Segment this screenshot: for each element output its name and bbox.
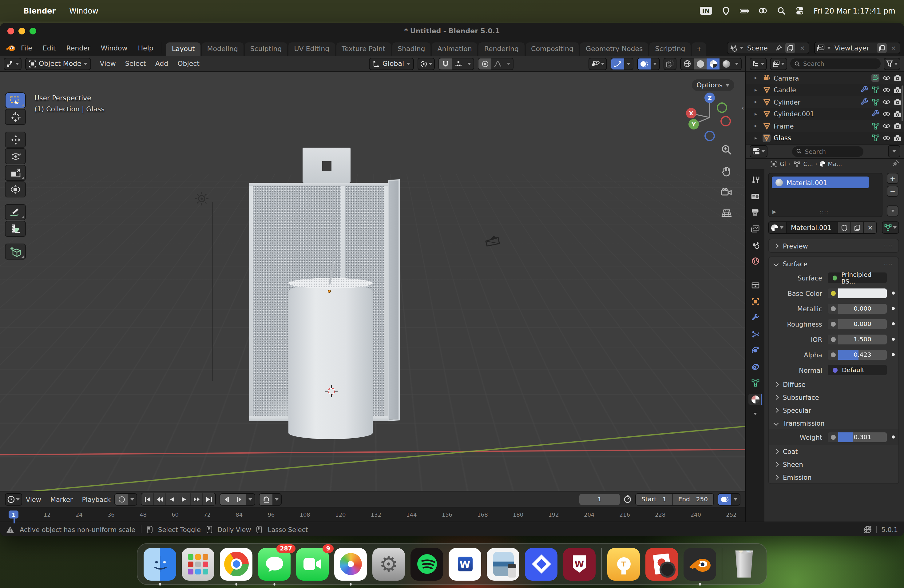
- remove-material-slot-button[interactable]: −: [887, 186, 898, 197]
- editor-type-button[interactable]: [4, 57, 22, 70]
- close-window-button[interactable]: [7, 28, 14, 35]
- dock-chrome[interactable]: [220, 548, 253, 580]
- timeline-menu-view[interactable]: View: [26, 495, 41, 503]
- autokey-group[interactable]: [114, 493, 137, 505]
- proportional-editing-controls[interactable]: [478, 57, 514, 70]
- tab-scripting[interactable]: Scripting: [650, 43, 691, 56]
- fake-user-shield-button[interactable]: [838, 221, 851, 234]
- new-scene-button[interactable]: [785, 43, 795, 53]
- zoom-window-button[interactable]: [30, 28, 36, 35]
- keyframe-dot[interactable]: [892, 292, 895, 295]
- viewlayer-selector[interactable]: ViewLayer ✕: [814, 42, 900, 54]
- tab-rendering[interactable]: Rendering: [479, 43, 524, 56]
- menubar-clock[interactable]: Fri 20 Mar 1:17:41 pm: [814, 6, 895, 15]
- hide-viewport-eye-icon[interactable]: [882, 86, 890, 94]
- lantern-model[interactable]: [249, 148, 400, 421]
- tab-collection[interactable]: [748, 280, 762, 291]
- material-slot-active[interactable]: Material.001: [772, 177, 869, 188]
- outliner-row-candle[interactable]: ▸ Candle: [746, 84, 904, 96]
- outliner-item-label[interactable]: Cylinder.001: [774, 111, 814, 118]
- transmission-panel[interactable]: Transmission: [769, 416, 898, 429]
- outliner-row-camera[interactable]: ▸ Camera: [746, 72, 904, 84]
- disable-render-camera-icon[interactable]: [893, 134, 902, 142]
- menu-edit[interactable]: Edit: [43, 44, 56, 52]
- dock-photos[interactable]: [334, 548, 367, 580]
- tab-modifiers[interactable]: [748, 312, 762, 323]
- hide-viewport-eye-icon[interactable]: [882, 110, 890, 118]
- current-frame-field[interactable]: 1: [579, 493, 620, 505]
- tab-strip-overflow[interactable]: [753, 413, 757, 415]
- minimize-window-button[interactable]: [19, 28, 25, 35]
- keying-set-icon[interactable]: [259, 493, 272, 505]
- preview-panel[interactable]: Preview::::: [768, 239, 899, 253]
- snap-target-icon[interactable]: [452, 58, 465, 69]
- tab-material[interactable]: [748, 394, 762, 405]
- camera-data-icon[interactable]: [871, 74, 879, 82]
- tool-measure[interactable]: [5, 221, 26, 237]
- input-source-badge[interactable]: IN: [700, 7, 712, 15]
- shading-mode-group[interactable]: [680, 57, 742, 70]
- zoom-view-icon[interactable]: [721, 145, 732, 158]
- jump-to-end-button[interactable]: [203, 493, 215, 505]
- menu-file[interactable]: File: [21, 44, 32, 52]
- show-object-types-button[interactable]: [588, 57, 607, 70]
- pivot-point-selector[interactable]: [417, 57, 435, 70]
- outliner-item-label[interactable]: Candle: [774, 87, 796, 94]
- next-keyframe-button[interactable]: [191, 493, 203, 505]
- timeline-overlays-dropdown[interactable]: [731, 493, 740, 505]
- disable-render-camera-icon[interactable]: [893, 74, 902, 82]
- tab-texture-paint[interactable]: Texture Paint: [336, 43, 391, 56]
- material-name-field[interactable]: Material.001: [787, 221, 838, 234]
- dock-spotify[interactable]: [411, 548, 443, 580]
- unlink-scene-button[interactable]: ✕: [798, 44, 807, 51]
- disable-render-camera-icon[interactable]: [893, 86, 902, 94]
- menubar-item-window[interactable]: Window: [69, 6, 98, 15]
- camera-gizmo[interactable]: [485, 235, 503, 252]
- scene-selector[interactable]: Scene ✕: [727, 42, 809, 54]
- sheen-panel[interactable]: Sheen: [769, 458, 898, 471]
- metallic-field[interactable]: 0.000: [828, 303, 887, 313]
- disable-render-camera-icon[interactable]: [893, 122, 902, 130]
- tab-compositing[interactable]: Compositing: [525, 43, 579, 56]
- outliner-filter-id-button[interactable]: [770, 57, 787, 70]
- play-button[interactable]: [179, 493, 191, 505]
- tool-transform[interactable]: [5, 182, 26, 198]
- tab-uv-editing[interactable]: UV Editing: [288, 43, 335, 56]
- properties-options-dropdown[interactable]: [888, 145, 900, 158]
- tab-sculpting[interactable]: Sculpting: [245, 43, 288, 56]
- navigation-gizmo[interactable]: Z Y X: [681, 89, 738, 146]
- pan-view-hand-icon[interactable]: [721, 166, 732, 179]
- outliner-item-label[interactable]: Glass: [774, 134, 791, 142]
- location-icon[interactable]: [721, 7, 730, 15]
- tab-object-data[interactable]: [748, 377, 762, 389]
- keyframe-dot[interactable]: [892, 435, 895, 439]
- hide-viewport-eye-icon[interactable]: [882, 74, 890, 82]
- keyframe-dot[interactable]: [892, 307, 895, 310]
- coat-panel[interactable]: Coat: [769, 445, 898, 458]
- dock-settings[interactable]: ⚙: [372, 548, 405, 580]
- menu-help[interactable]: Help: [138, 44, 153, 52]
- point-light-gizmo[interactable]: [194, 191, 210, 209]
- tab-layout[interactable]: Layout: [166, 43, 201, 56]
- viewport-menu-add[interactable]: Add: [155, 60, 169, 68]
- tab-tool[interactable]: [748, 174, 762, 185]
- timeline-editor-type-button[interactable]: [5, 493, 22, 505]
- breadcrumb-object[interactable]: Gl: [780, 161, 786, 167]
- pin-id-icon[interactable]: [892, 160, 899, 168]
- gizmo-toggle-group[interactable]: [611, 57, 634, 70]
- step-forward-button[interactable]: [233, 493, 246, 505]
- dock-lightbulb-app[interactable]: T: [607, 548, 640, 580]
- toggle-perspective-grid-icon[interactable]: [721, 208, 732, 220]
- outliner-row-glass[interactable]: ▸ Glass: [746, 132, 904, 144]
- tool-rotate[interactable]: [5, 148, 26, 164]
- viewlayer-name[interactable]: ViewLayer: [833, 44, 874, 52]
- proportional-dropdown[interactable]: [504, 58, 513, 69]
- outliner-search-input[interactable]: [803, 60, 876, 67]
- title-bar[interactable]: * Untitled - Blender 5.0.1: [0, 23, 904, 40]
- region-collapse-arrow[interactable]: ‹: [741, 104, 744, 112]
- viewport-menu-object[interactable]: Object: [177, 60, 199, 68]
- proportional-editing-icon[interactable]: [479, 58, 492, 69]
- disable-render-camera-icon[interactable]: [893, 98, 902, 106]
- slot-list-expand[interactable]: ▶: [773, 209, 776, 215]
- overlays-toggle[interactable]: [638, 58, 651, 69]
